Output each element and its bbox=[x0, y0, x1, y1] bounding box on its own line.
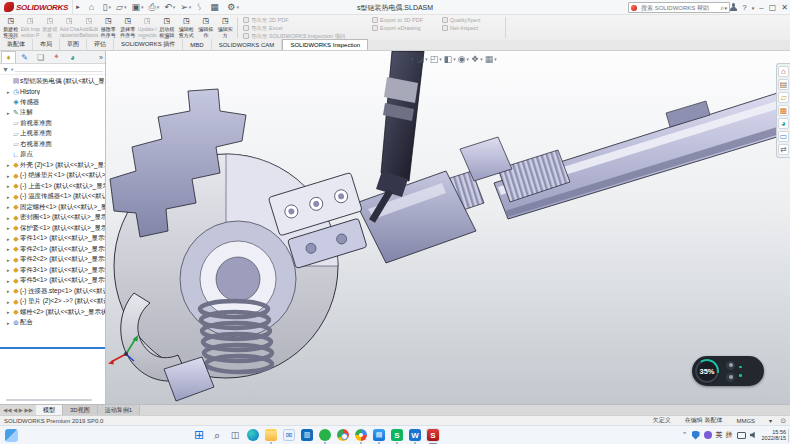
tree-item[interactable]: ▸ History bbox=[0, 87, 105, 98]
panel-tab[interactable]: ♦ bbox=[1, 51, 16, 63]
defender-shield-icon[interactable] bbox=[692, 431, 700, 440]
3d-model-canvas[interactable] bbox=[106, 51, 790, 404]
ime-tool-icon[interactable] bbox=[704, 431, 712, 439]
tree-item[interactable]: ▸ s型铠装热电偶 (默认<默认_显示状态-1 bbox=[0, 76, 105, 87]
ribbon-button[interactable]: ◳ 选择零件序号 bbox=[118, 15, 138, 40]
dropdown-caret-icon[interactable]: ▾ bbox=[157, 4, 160, 10]
taskbar-app-button[interactable] bbox=[354, 428, 368, 442]
ribbon-menu-button[interactable]: 导出至 2D PDF bbox=[243, 17, 289, 24]
tree-item[interactable]: ▸ (-) 连接器.step<1> (默认<<默认> bbox=[0, 286, 105, 297]
dropdown-caret-icon[interactable]: ▾ bbox=[173, 4, 176, 10]
view-tool-button[interactable]: ◧ ▾ bbox=[444, 54, 456, 64]
tree-item[interactable]: ▸ 注解 bbox=[0, 108, 105, 119]
view-tool-button[interactable]: ◰ ▾ bbox=[430, 54, 442, 64]
search-input[interactable] bbox=[639, 4, 721, 12]
help-search-box[interactable]: ⌕ ▾ bbox=[628, 2, 730, 13]
dropdown-caret-icon[interactable]: ▾ bbox=[494, 56, 497, 62]
zoom-level-dial[interactable]: 35% bbox=[694, 358, 720, 384]
widgets-icon[interactable] bbox=[5, 429, 18, 442]
status-item[interactable]: MMGS bbox=[736, 418, 755, 424]
dropdown-caret-icon[interactable]: ▾ bbox=[236, 4, 239, 10]
quick-toolbar-button[interactable]: ᛊ ▾ bbox=[194, 1, 207, 14]
tree-item[interactable]: ▸ 螺栓<2> (默认<<默认>_显示状态 bbox=[0, 307, 105, 318]
ribbon-button[interactable]: ◳ Add Characteristic bbox=[60, 15, 80, 40]
ime-language-indicator[interactable]: 英 bbox=[716, 430, 723, 440]
quick-toolbar-button[interactable]: ⌂ ▾ bbox=[87, 1, 100, 14]
tray-chevron-icon[interactable]: ⌃ bbox=[682, 431, 688, 439]
status-options-icon[interactable]: ⊙ bbox=[780, 417, 786, 425]
command-tab[interactable]: 布局 bbox=[33, 39, 60, 50]
tree-item[interactable]: ▸ 密封圈<1> (默认<<默认>_显示状态 bbox=[0, 213, 105, 224]
taskbar-app-button[interactable] bbox=[318, 428, 332, 442]
tree-item[interactable]: ▸ 前视基准面 bbox=[0, 118, 105, 129]
command-tab[interactable]: 评估 bbox=[87, 39, 114, 50]
ribbon-menu-button[interactable]: QualityXpert bbox=[442, 17, 480, 24]
zoom-level-widget[interactable]: 35% bbox=[692, 356, 764, 386]
quick-toolbar-button[interactable]: ▱ ▾ bbox=[114, 1, 128, 14]
panel-tab[interactable]: ◕ bbox=[65, 51, 80, 63]
dropdown-caret-icon[interactable]: ▾ bbox=[453, 56, 456, 62]
ribbon-button[interactable]: ◳ 启动模板编辑器 bbox=[157, 15, 177, 40]
restore-button[interactable]: ▢ bbox=[769, 3, 777, 12]
task-pane-tab[interactable]: ⌂ bbox=[778, 66, 789, 77]
quick-toolbar-button[interactable]: ⎙ ▾ bbox=[147, 1, 162, 14]
taskbar-app-button[interactable] bbox=[336, 428, 350, 442]
taskbar-app-button[interactable] bbox=[228, 428, 242, 442]
minimize-button[interactable]: – bbox=[759, 3, 763, 12]
tree-item[interactable]: ▸ 零件3<1> (默认<<默认>_显示状态 bbox=[0, 265, 105, 276]
task-pane-tab[interactable]: ◕ bbox=[778, 118, 789, 129]
dropdown-caret-icon[interactable]: ▾ bbox=[189, 4, 192, 10]
taskbar-app-button[interactable] bbox=[210, 428, 224, 442]
tree-item[interactable]: ▸ 零件5<1> (默认<<默认>_显示状态 bbox=[0, 276, 105, 287]
help-caret-icon[interactable]: ▾ bbox=[752, 5, 755, 11]
tab-scroll-buttons[interactable]: ◀◀ ◀ ▶ ▶▶ bbox=[0, 405, 36, 415]
taskbar-app-button[interactable] bbox=[282, 428, 296, 442]
filter-funnel-icon[interactable]: ▼ bbox=[2, 66, 9, 73]
tree-item[interactable]: ▸ 零件1<1> (默认<<默认>_显示状态 bbox=[0, 234, 105, 245]
task-pane-tab[interactable]: ▱ bbox=[778, 92, 789, 103]
ribbon-button[interactable]: ◳ Add/Edit Balloons bbox=[79, 15, 99, 40]
ribbon-button[interactable]: ◳ 编辑操作 bbox=[196, 15, 216, 40]
tree-item[interactable]: ▸ 外壳 (2)<1> (默认<<默认>_显示状 bbox=[0, 160, 105, 171]
view-tool-button[interactable]: ⌕ ▾ bbox=[392, 53, 401, 64]
panel-splitter[interactable] bbox=[0, 347, 105, 349]
tree-item[interactable]: ▸ 零件2<1> (默认<<默认>_显示状态 bbox=[0, 244, 105, 255]
ribbon-menu-button[interactable]: 导出至 Excel bbox=[243, 25, 282, 32]
panel-horizontal-scrollbar[interactable] bbox=[6, 399, 92, 401]
tree-item[interactable]: ▸ (-) 绝缘垫片<1> (默认<<默认>_显 bbox=[0, 171, 105, 182]
task-pane-tab[interactable]: ▭ bbox=[778, 131, 789, 142]
tree-item[interactable]: ▸ 原点 bbox=[0, 150, 105, 161]
quick-toolbar-button[interactable]: ↶ ▾ bbox=[162, 1, 177, 14]
document-tab[interactable]: 3D视图 bbox=[63, 405, 98, 415]
tree-item[interactable]: ▸ 右视基准面 bbox=[0, 139, 105, 150]
ribbon-menu-button[interactable]: Export to 3D PDF bbox=[372, 17, 423, 24]
ribbon-button[interactable]: ◳ 移除零件序号 bbox=[99, 15, 119, 40]
dropdown-caret-icon[interactable]: ▾ bbox=[467, 56, 470, 62]
filter-caret-icon[interactable]: ▾ bbox=[11, 66, 13, 73]
task-pane-tab[interactable]: ▦ bbox=[778, 105, 789, 116]
graphics-viewport[interactable]: ⌕ ▾ ⊡ ▾ ◪ ▾ ◰ ▾ ◧ ▾ ◉ ▾ ❖ bbox=[106, 51, 790, 404]
taskbar-app-button[interactable] bbox=[264, 428, 278, 442]
taskbar-app-button[interactable] bbox=[192, 428, 206, 442]
help-icon[interactable]: ? bbox=[742, 3, 746, 12]
taskbar-app-button[interactable] bbox=[408, 428, 422, 442]
taskbar-app-button[interactable] bbox=[426, 428, 440, 442]
dropdown-caret-icon[interactable]: ▾ bbox=[411, 56, 414, 62]
view-tool-button[interactable]: ⊡ ▾ bbox=[403, 54, 414, 64]
view-tool-button[interactable]: ◪ ▾ bbox=[416, 54, 428, 64]
quick-toolbar-button[interactable]: ▯ ▾ bbox=[101, 1, 113, 14]
dropdown-caret-icon[interactable]: ▾ bbox=[141, 4, 144, 10]
close-button[interactable]: ✕ bbox=[781, 3, 788, 12]
quick-toolbar-button[interactable]: ⚙ ▾ bbox=[225, 1, 241, 14]
panel-tab[interactable]: ⌖ bbox=[49, 51, 64, 63]
toolbar-expander-icon[interactable]: ▸ bbox=[76, 3, 80, 11]
taskbar-clock[interactable]: 15:56 2022/8/15 bbox=[762, 429, 786, 441]
dropdown-caret-icon[interactable]: ▾ bbox=[124, 4, 127, 10]
tree-item[interactable]: ▸ 配合 bbox=[0, 318, 105, 329]
quick-toolbar-button[interactable]: ➢ ▾ bbox=[178, 1, 193, 14]
login-user-icon[interactable] bbox=[729, 3, 737, 12]
model-mid-housing[interactable] bbox=[356, 137, 512, 263]
panel-tabs-overflow-icon[interactable]: » bbox=[99, 54, 103, 61]
dropdown-caret-icon[interactable]: ▾ bbox=[109, 4, 112, 10]
panel-tab[interactable]: ✎ bbox=[17, 51, 32, 63]
